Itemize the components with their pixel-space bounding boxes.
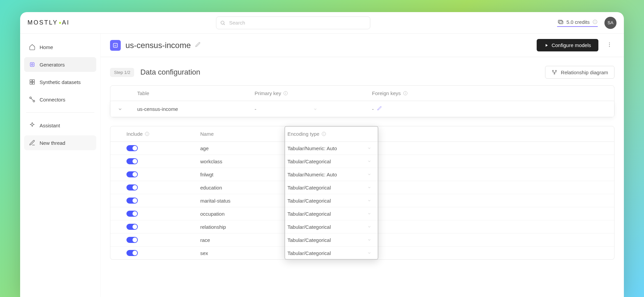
expand-toggle[interactable] bbox=[118, 107, 137, 112]
main: AI us-census-income Configure models Ste… bbox=[101, 34, 624, 297]
include-cell bbox=[126, 184, 200, 190]
avatar-initials: SA bbox=[607, 20, 613, 25]
foreign-keys-cell: - bbox=[372, 106, 607, 112]
encoding-select[interactable]: Tabular/Categorical bbox=[287, 159, 378, 164]
include-cell bbox=[126, 145, 200, 151]
svg-point-0 bbox=[59, 22, 61, 24]
credits-amount: 5.0 credits bbox=[567, 19, 590, 25]
dataset-icon: AI bbox=[110, 40, 121, 51]
encoding-value: Tabular/Categorical bbox=[287, 211, 331, 217]
include-toggle[interactable] bbox=[126, 171, 138, 177]
sidebar-item-new-thread[interactable]: New thread bbox=[24, 135, 96, 150]
edit-foreign-keys-button[interactable] bbox=[377, 106, 382, 112]
search-input[interactable] bbox=[216, 16, 370, 29]
columns-panel: Include Name Encoding type age bbox=[110, 126, 614, 260]
sidebar-item-assistant[interactable]: Assistant bbox=[24, 118, 96, 133]
chevron-down-icon bbox=[367, 172, 371, 176]
more-button[interactable] bbox=[604, 40, 614, 51]
column-row: marital-status Tabular/Categorical bbox=[110, 194, 614, 207]
tables-header-row: Table Primary key Foreign keys bbox=[110, 86, 614, 101]
include-toggle[interactable] bbox=[126, 250, 138, 256]
info-icon[interactable] bbox=[321, 131, 326, 136]
assistant-icon bbox=[29, 122, 36, 129]
more-vertical-icon bbox=[606, 42, 612, 48]
encoding-select[interactable]: Tabular/Numeric: Auto bbox=[287, 172, 378, 177]
primary-key-select[interactable]: - bbox=[255, 106, 372, 112]
table-name: us-census-income bbox=[137, 106, 255, 112]
sidebar-label-assistant: Assistant bbox=[40, 123, 60, 128]
include-cell bbox=[126, 171, 200, 177]
chevron-down-icon bbox=[367, 185, 371, 189]
column-row: workclass Tabular/Categorical bbox=[110, 155, 614, 168]
credits-display[interactable]: 5.0 credits bbox=[557, 18, 598, 27]
info-icon[interactable] bbox=[403, 91, 408, 96]
include-toggle[interactable] bbox=[126, 145, 138, 151]
encoding-select[interactable]: Tabular/Categorical bbox=[287, 250, 378, 256]
encoding-select[interactable]: Tabular/Numeric: Auto bbox=[287, 145, 378, 151]
svg-rect-13 bbox=[33, 82, 35, 84]
column-name: marital-status bbox=[200, 198, 287, 204]
column-row: occupation Tabular/Categorical bbox=[110, 207, 614, 220]
pencil-icon bbox=[195, 42, 201, 48]
include-toggle[interactable] bbox=[126, 224, 138, 230]
chevron-down-icon bbox=[367, 251, 371, 255]
sidebar: Home Generators Synthetic datasets Conne… bbox=[20, 34, 101, 297]
edit-title-button[interactable] bbox=[195, 42, 201, 49]
sidebar-item-connectors[interactable]: Connectors bbox=[24, 92, 96, 107]
home-icon bbox=[29, 44, 36, 50]
foreign-keys-value: - bbox=[372, 106, 374, 112]
svg-rect-8 bbox=[30, 62, 34, 67]
info-icon[interactable] bbox=[592, 19, 598, 25]
play-icon bbox=[544, 43, 549, 48]
include-toggle[interactable] bbox=[126, 211, 138, 217]
svg-line-2 bbox=[224, 24, 225, 25]
svg-rect-10 bbox=[30, 80, 32, 82]
svg-point-35 bbox=[324, 133, 324, 133]
include-toggle[interactable] bbox=[126, 198, 138, 204]
search-icon bbox=[220, 20, 225, 26]
sidebar-item-generators[interactable]: Generators bbox=[24, 57, 96, 72]
avatar[interactable]: SA bbox=[604, 17, 616, 29]
encoding-select[interactable]: Tabular/Categorical bbox=[287, 224, 378, 230]
info-icon[interactable] bbox=[145, 131, 150, 136]
config-header: Step 1/2 Data configuration Relationship… bbox=[110, 66, 614, 79]
topbar: MOSTLY AI 5.0 credits SA bbox=[20, 12, 624, 34]
col-header-include-label: Include bbox=[126, 131, 143, 137]
include-cell bbox=[126, 158, 200, 164]
encoding-value: Tabular/Categorical bbox=[287, 224, 331, 230]
step-badge: Step 1/2 bbox=[110, 68, 134, 77]
col-header-name: Name bbox=[200, 131, 287, 137]
include-toggle[interactable] bbox=[126, 158, 138, 164]
svg-text:AI: AI bbox=[114, 44, 117, 47]
configure-models-button[interactable]: Configure models bbox=[537, 39, 598, 51]
table-row[interactable]: us-census-income - - bbox=[110, 101, 614, 117]
configure-models-label: Configure models bbox=[551, 42, 591, 48]
relationship-diagram-button[interactable]: Relationship diagram bbox=[545, 66, 614, 79]
chevron-down-icon bbox=[118, 107, 122, 112]
encoding-value: Tabular/Numeric: Auto bbox=[287, 172, 337, 177]
th-pk-label: Primary key bbox=[255, 90, 281, 96]
generators-icon bbox=[29, 61, 36, 68]
include-cell bbox=[126, 237, 200, 243]
page-header: AI us-census-income Configure models bbox=[101, 34, 624, 57]
th-table: Table bbox=[137, 90, 255, 96]
sidebar-item-synthetic[interactable]: Synthetic datasets bbox=[24, 75, 96, 89]
encoding-select[interactable]: Tabular/Categorical bbox=[287, 185, 378, 190]
encoding-value: Tabular/Categorical bbox=[287, 198, 331, 204]
encoding-select[interactable]: Tabular/Categorical bbox=[287, 211, 378, 217]
chevron-down-icon bbox=[367, 212, 371, 216]
encoding-select[interactable]: Tabular/Categorical bbox=[287, 198, 378, 204]
info-icon[interactable] bbox=[283, 91, 288, 96]
include-toggle[interactable] bbox=[126, 237, 138, 243]
content-scroll[interactable]: Step 1/2 Data configuration Relationship… bbox=[101, 57, 624, 297]
new-thread-icon bbox=[29, 139, 36, 146]
diagram-icon bbox=[551, 69, 557, 75]
chevron-down-icon bbox=[367, 225, 371, 229]
sidebar-separator bbox=[26, 112, 94, 113]
sidebar-item-home[interactable]: Home bbox=[24, 40, 96, 54]
column-name: fnlwgt bbox=[200, 172, 287, 177]
column-name: occupation bbox=[200, 211, 287, 217]
include-toggle[interactable] bbox=[126, 184, 138, 190]
pencil-icon bbox=[377, 106, 382, 111]
encoding-select[interactable]: Tabular/Categorical bbox=[287, 237, 378, 243]
